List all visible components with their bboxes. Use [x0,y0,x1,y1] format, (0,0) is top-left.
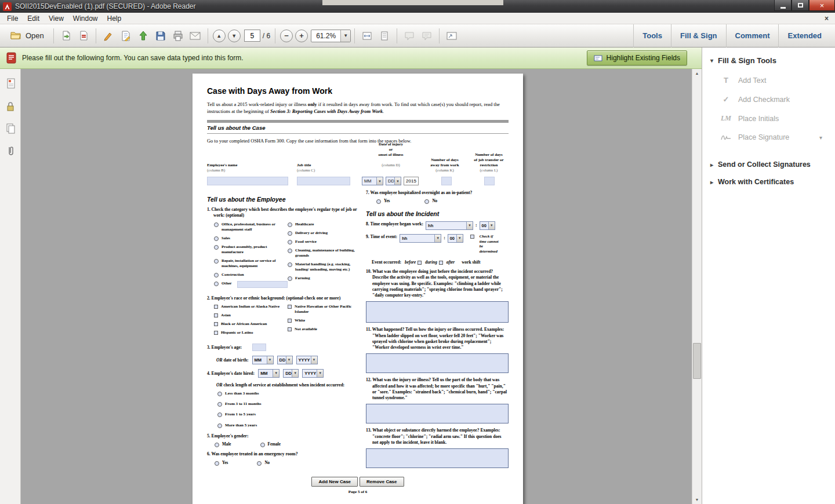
add-text-tool[interactable]: T Add Text [702,71,835,90]
radio-healthcare[interactable] [288,222,292,227]
radio-hospital-no[interactable] [424,199,429,204]
checkbox-black[interactable] [214,322,218,326]
zoom-in-button[interactable]: + [295,30,308,42]
radio-er-yes[interactable] [215,461,219,466]
security-button[interactable] [3,98,18,114]
radio-office-staff[interactable] [214,222,219,227]
event-minute-select[interactable]: 00▼ [448,234,463,243]
radio-less-3-months[interactable] [217,392,222,396]
save-button[interactable] [153,27,169,45]
page-number-input[interactable] [244,30,260,42]
checkbox-hispanic[interactable] [214,331,218,335]
menu-file[interactable]: File [2,13,23,24]
job-title-field[interactable] [297,177,350,185]
checkbox-white[interactable] [288,319,292,323]
injury-month-select[interactable]: MM▼ [362,177,383,185]
radio-food-service[interactable] [288,240,292,244]
maximize-button[interactable] [792,0,809,11]
add-text-button[interactable] [118,27,134,45]
layers-button[interactable] [3,121,18,136]
send-collect-signatures-section[interactable]: ▸ Send or Collect Signatures [702,156,835,173]
highlight-existing-fields-button[interactable]: Highlight Existing Fields [587,50,687,65]
place-signature-tool[interactable]: Place Signature ▾ [702,128,835,147]
menu-window[interactable]: Window [68,13,103,24]
menu-edit[interactable]: Edit [23,13,44,24]
fullscreen-button[interactable] [444,27,460,45]
tab-tools[interactable]: Tools [634,24,671,48]
tab-comment[interactable]: Comment [727,24,779,48]
checkbox-before[interactable] [418,261,422,265]
radio-er-no[interactable] [257,461,262,466]
tab-fill-sign[interactable]: Fill & Sign [671,24,726,48]
fit-page-button[interactable] [376,27,393,45]
page-thumbnails-button[interactable] [3,76,18,91]
minimize-button[interactable] [774,0,792,11]
open-button[interactable]: Open [5,27,49,45]
scroll-up-icon[interactable]: ▲ [692,69,702,78]
checkbox-american-indian[interactable] [214,305,218,309]
dob-year-select[interactable]: YYYY▼ [296,356,318,364]
radio-cleaning[interactable] [288,249,292,253]
other-text-field[interactable] [237,281,288,288]
hired-day-select[interactable]: DD▼ [283,369,299,378]
hired-month-select[interactable]: MM▼ [258,369,279,378]
panel-header[interactable]: ▾ Fill & Sign Tools [702,48,835,71]
save-copy-button[interactable] [58,27,74,45]
employee-name-field[interactable] [207,177,288,185]
q10-answer-field[interactable] [366,301,509,323]
radio-sales[interactable] [214,236,219,241]
radio-hospital-yes[interactable] [376,199,381,204]
radio-construction[interactable] [214,273,219,277]
menu-help[interactable]: Help [103,13,126,24]
email-button[interactable] [187,27,204,45]
previous-page-button[interactable]: ▲ [213,30,226,42]
radio-repair[interactable] [214,259,219,264]
zoom-level-select[interactable]: 61.2% ▼ [311,30,351,42]
radio-more-5-years[interactable] [217,423,222,428]
dob-day-select[interactable]: DD▼ [277,356,293,364]
radio-1-to-5-years[interactable] [217,412,222,417]
zoom-out-button[interactable]: − [280,30,293,42]
share-button[interactable] [135,27,151,45]
add-new-case-button[interactable]: Add New Case [311,477,358,487]
radio-male[interactable] [215,443,219,447]
dob-month-select[interactable]: MM▼ [252,356,274,364]
close-button[interactable]: × [809,0,835,11]
radio-3-to-11-months[interactable] [217,402,222,407]
hired-year-select[interactable]: YYYY▼ [302,369,324,378]
vertical-scrollbar[interactable]: ▲ ▼ [692,69,702,504]
tab-extended[interactable]: Extended [779,24,830,48]
sign-button[interactable] [100,27,117,45]
q12-answer-field[interactable] [366,404,509,423]
began-hour-select[interactable]: hh▼ [426,221,473,230]
injury-day-select[interactable]: DD▼ [386,177,401,185]
radio-other[interactable] [214,282,219,286]
next-page-button[interactable]: ▼ [228,30,241,42]
work-with-certificates-section[interactable]: ▸ Work with Certificates [702,173,835,191]
menu-view[interactable]: View [44,13,68,24]
remove-case-button[interactable]: Remove Case [360,477,404,487]
event-hour-select[interactable]: hh▼ [400,234,441,243]
radio-farming[interactable] [288,276,292,281]
q13-answer-field[interactable] [366,448,509,468]
employee-age-field[interactable] [252,344,266,351]
checkbox-asian[interactable] [214,313,218,317]
days-away-field[interactable] [441,177,452,185]
export-doc-button[interactable] [75,27,92,45]
radio-delivery[interactable] [288,231,292,236]
fit-width-button[interactable] [359,27,375,45]
print-button[interactable] [170,27,186,45]
close-pane-icon[interactable]: × [825,14,829,23]
checkbox-time-undetermined[interactable] [470,235,474,239]
add-checkmark-tool[interactable]: ✓ Add Checkmark [702,90,835,109]
days-restriction-field[interactable] [484,177,495,185]
began-minute-select[interactable]: 00▼ [480,221,495,230]
radio-product-assembly[interactable] [214,245,219,250]
scroll-down-icon[interactable]: ▼ [692,495,702,504]
radio-material-handling[interactable] [288,262,292,267]
q11-answer-field[interactable] [366,353,509,373]
checkbox-during[interactable] [439,261,443,265]
chevron-down-icon[interactable]: ▾ [819,134,822,141]
place-initials-tool[interactable]: LM Place Initials [702,109,835,128]
scrollbar-thumb[interactable] [693,343,701,379]
